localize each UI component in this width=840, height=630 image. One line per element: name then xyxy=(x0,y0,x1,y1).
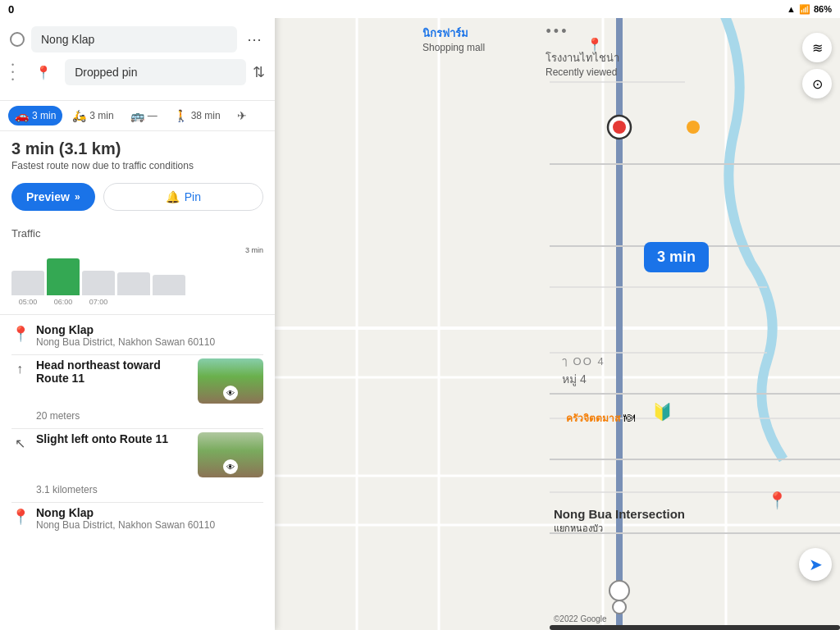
restaurant-pin: 🔰 xyxy=(652,402,673,422)
map-option-button[interactable]: ⊙ xyxy=(802,69,832,98)
step-1-text: Head northeast toward Route 11 xyxy=(36,358,189,385)
chart-labels: 05:00 06:00 07:00 xyxy=(11,298,263,306)
origin-nav-icon: 📍 xyxy=(11,325,28,343)
tab-transit[interactable]: 🚌 — xyxy=(124,106,164,126)
step-2-arrow-icon: ↖ xyxy=(11,436,28,451)
wifi-icon: 📶 xyxy=(799,4,810,15)
divider-2 xyxy=(11,428,263,429)
preview-label: Preview xyxy=(26,190,70,203)
walk-icon: 🚶 xyxy=(174,109,188,122)
step-2: ↖ Slight left onto Route 11 👁 xyxy=(11,432,263,477)
tab-flight[interactable]: ✈ xyxy=(231,106,253,126)
chart-bar-3 xyxy=(82,271,115,295)
traffic-section: Traffic 3 min 05:00 06:00 07:00 xyxy=(0,219,275,315)
chart-bar-1 xyxy=(11,271,44,295)
mall-type: Shopping mall xyxy=(422,42,485,53)
duration-header: 3 min (3.1 km) Fastest route now due to … xyxy=(0,131,275,175)
origin-icon xyxy=(10,32,25,47)
destination-pin-icon: 📍 xyxy=(35,65,52,80)
mall-label: นิกรฟาร์ม Shopping mall xyxy=(422,25,485,53)
intersection-name: Nong Bua Intersection xyxy=(554,507,685,521)
traffic-chart xyxy=(11,246,263,295)
moo-thai: หมู่ 4 xyxy=(562,370,605,388)
step-1-instruction: Head northeast toward Route 11 xyxy=(36,358,189,385)
flight-icon: ✈ xyxy=(237,109,247,122)
battery-icon: 86% xyxy=(814,4,832,14)
status-icons: ▲ 📶 86% xyxy=(787,4,832,15)
svg-point-22 xyxy=(613,600,626,614)
step-1: ↑ Head northeast toward Route 11 👁 xyxy=(11,358,263,404)
step-1-arrow-icon: ↑ xyxy=(11,362,28,377)
intersection-thai: แยกหนองบัว xyxy=(554,521,685,536)
chart-label-3: 07:00 xyxy=(82,298,115,306)
action-buttons: Preview » 🔔 Pin xyxy=(0,175,275,219)
map-top-dots: ••• xyxy=(546,23,569,40)
car-duration: 3 min xyxy=(32,110,56,121)
map-scrollbar xyxy=(550,625,840,630)
step-1-distance: 20 meters xyxy=(11,407,263,425)
divider-1 xyxy=(11,354,263,355)
time-badge: 3 min xyxy=(644,242,709,272)
preview-chevron-icon: » xyxy=(75,191,80,203)
status-time: 0 xyxy=(8,3,14,16)
step-2-instruction: Slight left onto Route 11 xyxy=(36,432,189,445)
steps-section: 📍 Nong Klap Nong Bua District, Nakhon Sa… xyxy=(0,315,275,546)
chart-bar-5 xyxy=(153,275,185,295)
bike-duration: 3 min xyxy=(89,110,113,121)
map-side-buttons: ≋ ⊙ xyxy=(802,33,832,98)
walk-duration: 38 min xyxy=(191,110,221,121)
origin-input[interactable]: Nong Klap xyxy=(31,26,237,52)
transit-icon: 🚌 xyxy=(130,109,144,122)
map-layer-button[interactable]: ≋ xyxy=(802,33,832,62)
dest-nav-icon: 📍 xyxy=(11,508,28,526)
mall-name: นิกรฟาร์ม xyxy=(422,25,485,42)
factory-pin: 📍 xyxy=(587,37,603,52)
step-destination: 📍 Nong Klap Nong Bua District, Nakhon Sa… xyxy=(11,506,263,531)
traffic-title: Traffic xyxy=(11,227,263,240)
search-area: Nong Klap ⋯ • • • 📍 Dropped pin ⇅ xyxy=(0,18,275,101)
intersection-label: Nong Bua Intersection แยกหนองบัว xyxy=(554,507,685,536)
origin-row: Nong Klap ⋯ xyxy=(10,26,265,52)
step-2-text: Slight left onto Route 11 xyxy=(36,432,189,445)
map-copyright: ©2022 Google xyxy=(554,614,607,623)
preview-button[interactable]: Preview » xyxy=(11,183,95,211)
svg-point-24 xyxy=(613,121,626,134)
tab-bike[interactable]: 🛵 3 min xyxy=(66,106,120,126)
step-1-streetview-icon: 👁 xyxy=(223,386,238,400)
moo-number: ๅ OO 4 xyxy=(562,353,605,370)
restaurant-name: ครัวจิตตมาส xyxy=(566,413,620,424)
destination-input[interactable]: Dropped pin xyxy=(65,59,246,85)
step-2-distance: 3.1 kilometers xyxy=(11,481,263,499)
chart-bar-2 xyxy=(47,258,80,295)
pin-bell-icon: 🔔 xyxy=(166,190,180,203)
dest-text: Nong Klap Nong Bua District, Nakhon Sawa… xyxy=(36,506,263,531)
swap-directions-button[interactable]: ⇅ xyxy=(253,63,265,81)
dest-address: Nong Bua District, Nakhon Sawan 60110 xyxy=(36,519,263,531)
tab-car[interactable]: 🚗 3 min xyxy=(8,106,62,126)
factory-name: โรงงานไทไชน่า xyxy=(546,49,619,66)
map-navigate-button[interactable]: ➤ xyxy=(799,548,832,581)
step-1-image[interactable]: 👁 xyxy=(198,358,263,404)
svg-point-25 xyxy=(687,121,700,134)
duration-main: 3 min (3.1 km) xyxy=(11,139,263,158)
chart-label-1: 05:00 xyxy=(11,298,44,306)
origin-name: Nong Klap xyxy=(36,323,263,336)
restaurant-label: ครัวจิตตมาส 🍽 xyxy=(566,410,635,426)
pin-button[interactable]: 🔔 Pin xyxy=(103,183,263,211)
factory-recently: Recently viewed xyxy=(546,66,619,78)
step-origin: 📍 Nong Klap Nong Bua District, Nakhon Sa… xyxy=(11,323,263,348)
status-bar: 0 ▲ 📶 86% xyxy=(0,0,840,18)
traffic-note: Fastest route now due to traffic conditi… xyxy=(11,160,263,171)
pin-label: Pin xyxy=(185,190,201,203)
svg-point-21 xyxy=(609,581,629,600)
signal-icon: ▲ xyxy=(787,4,796,14)
restaurant-icon: 🍽 xyxy=(623,411,635,424)
step-2-image[interactable]: 👁 xyxy=(198,432,263,477)
tab-walk[interactable]: 🚶 38 min xyxy=(167,106,227,126)
chart-bar-4 xyxy=(117,272,150,295)
dest-name: Nong Klap xyxy=(36,506,263,519)
more-options-button[interactable]: ⋯ xyxy=(244,30,265,48)
divider-3 xyxy=(11,502,263,503)
map-area[interactable]: ••• นิกรฟาร์ม Shopping mall โรงงานไทไชน่… xyxy=(275,0,840,630)
step-2-streetview-icon: 👁 xyxy=(223,459,238,474)
